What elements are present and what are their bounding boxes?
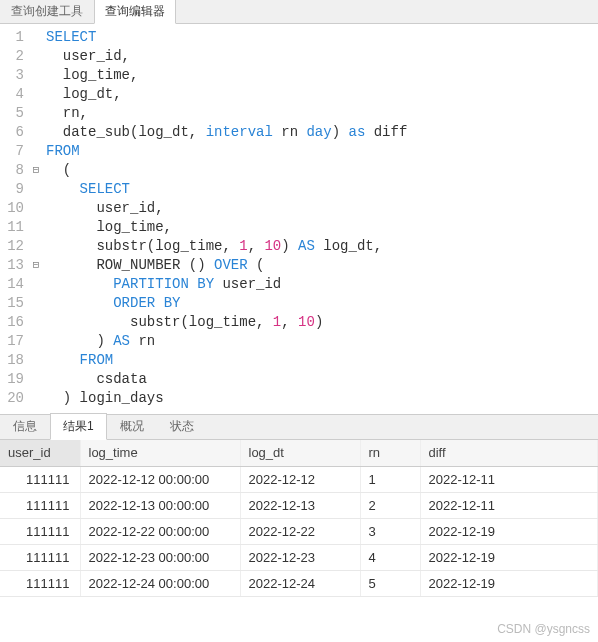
fold-marker <box>30 47 42 66</box>
fold-marker[interactable]: ⊟ <box>30 256 42 275</box>
table-row[interactable]: 1111112022-12-13 00:00:002022-12-1322022… <box>0 492 598 518</box>
code-line[interactable]: ) AS rn <box>46 332 598 351</box>
code-line[interactable]: log_time, <box>46 218 598 237</box>
line-number: 2 <box>0 47 24 66</box>
line-number: 1 <box>0 28 24 47</box>
fold-column[interactable]: ⊟⊟ <box>30 24 42 414</box>
table-cell[interactable]: 2022-12-24 00:00:00 <box>80 570 240 596</box>
table-cell[interactable]: 111111 <box>0 570 80 596</box>
line-number-gutter: 1234567891011121314151617181920 <box>0 24 30 414</box>
table-cell[interactable]: 111111 <box>0 518 80 544</box>
table-cell[interactable]: 2022-12-19 <box>420 544 598 570</box>
line-number: 17 <box>0 332 24 351</box>
line-number: 4 <box>0 85 24 104</box>
column-header-diff[interactable]: diff <box>420 440 598 466</box>
table-cell[interactable]: 3 <box>360 518 420 544</box>
table-row[interactable]: 1111112022-12-22 00:00:002022-12-2232022… <box>0 518 598 544</box>
code-area[interactable]: SELECT user_id, log_time, log_dt, rn, da… <box>42 24 598 414</box>
code-line[interactable]: substr(log_time, 1, 10) AS log_dt, <box>46 237 598 256</box>
watermark: CSDN @ysgncss <box>497 622 590 636</box>
table-cell[interactable]: 111111 <box>0 544 80 570</box>
code-line[interactable]: substr(log_time, 1, 10) <box>46 313 598 332</box>
table-cell[interactable]: 2022-12-19 <box>420 518 598 544</box>
table-cell[interactable]: 2022-12-13 00:00:00 <box>80 492 240 518</box>
table-row[interactable]: 1111112022-12-23 00:00:002022-12-2342022… <box>0 544 598 570</box>
table-cell[interactable]: 2022-12-22 <box>240 518 360 544</box>
fold-marker[interactable]: ⊟ <box>30 161 42 180</box>
line-number: 14 <box>0 275 24 294</box>
fold-marker <box>30 313 42 332</box>
code-line[interactable]: ) login_days <box>46 389 598 408</box>
tab-profile[interactable]: 概况 <box>107 413 157 439</box>
table-cell[interactable]: 111111 <box>0 492 80 518</box>
column-header-log_time[interactable]: log_time <box>80 440 240 466</box>
code-line[interactable]: ( <box>46 161 598 180</box>
table-cell[interactable]: 2022-12-11 <box>420 492 598 518</box>
code-line[interactable]: ROW_NUMBER () OVER ( <box>46 256 598 275</box>
fold-marker <box>30 389 42 408</box>
fold-marker <box>30 104 42 123</box>
result-grid[interactable]: user_idlog_timelog_dtrndiff 1111112022-1… <box>0 440 598 597</box>
fold-marker <box>30 180 42 199</box>
result-tabs: 信息 结果1 概况 状态 <box>0 414 598 440</box>
table-cell[interactable]: 2022-12-19 <box>420 570 598 596</box>
line-number: 10 <box>0 199 24 218</box>
sql-editor[interactable]: 1234567891011121314151617181920 ⊟⊟ SELEC… <box>0 24 598 414</box>
line-number: 19 <box>0 370 24 389</box>
table-cell[interactable]: 2022-12-24 <box>240 570 360 596</box>
fold-marker <box>30 142 42 161</box>
column-header-user_id[interactable]: user_id <box>0 440 80 466</box>
table-body: 1111112022-12-12 00:00:002022-12-1212022… <box>0 466 598 596</box>
table-cell[interactable]: 2022-12-23 <box>240 544 360 570</box>
table-row[interactable]: 1111112022-12-24 00:00:002022-12-2452022… <box>0 570 598 596</box>
line-number: 15 <box>0 294 24 313</box>
table-cell[interactable]: 2022-12-23 00:00:00 <box>80 544 240 570</box>
table-cell[interactable]: 2022-12-22 00:00:00 <box>80 518 240 544</box>
code-line[interactable]: ORDER BY <box>46 294 598 313</box>
code-line[interactable]: log_dt, <box>46 85 598 104</box>
fold-marker <box>30 294 42 313</box>
code-line[interactable]: log_time, <box>46 66 598 85</box>
code-line[interactable]: user_id, <box>46 199 598 218</box>
table-cell[interactable]: 2022-12-13 <box>240 492 360 518</box>
table-row[interactable]: 1111112022-12-12 00:00:002022-12-1212022… <box>0 466 598 492</box>
line-number: 5 <box>0 104 24 123</box>
line-number: 3 <box>0 66 24 85</box>
table-cell[interactable]: 2022-12-11 <box>420 466 598 492</box>
code-line[interactable]: FROM <box>46 142 598 161</box>
table-cell[interactable]: 2022-12-12 <box>240 466 360 492</box>
column-header-log_dt[interactable]: log_dt <box>240 440 360 466</box>
code-line[interactable]: rn, <box>46 104 598 123</box>
fold-marker <box>30 370 42 389</box>
line-number: 20 <box>0 389 24 408</box>
fold-marker <box>30 351 42 370</box>
fold-marker <box>30 237 42 256</box>
tab-result1[interactable]: 结果1 <box>50 413 107 440</box>
line-number: 9 <box>0 180 24 199</box>
code-line[interactable]: PARTITION BY user_id <box>46 275 598 294</box>
tab-info[interactable]: 信息 <box>0 413 50 439</box>
table-cell[interactable]: 5 <box>360 570 420 596</box>
table-cell[interactable]: 1 <box>360 466 420 492</box>
code-line[interactable]: date_sub(log_dt, interval rn day) as dif… <box>46 123 598 142</box>
fold-marker <box>30 218 42 237</box>
table-cell[interactable]: 2022-12-12 00:00:00 <box>80 466 240 492</box>
tab-status[interactable]: 状态 <box>157 413 207 439</box>
column-header-rn[interactable]: rn <box>360 440 420 466</box>
table-cell[interactable]: 4 <box>360 544 420 570</box>
code-line[interactable]: FROM <box>46 351 598 370</box>
tab-query-builder[interactable]: 查询创建工具 <box>0 0 94 23</box>
line-number: 6 <box>0 123 24 142</box>
code-line[interactable]: user_id, <box>46 47 598 66</box>
table-cell[interactable]: 2 <box>360 492 420 518</box>
table-cell[interactable]: 111111 <box>0 466 80 492</box>
fold-marker <box>30 332 42 351</box>
fold-marker <box>30 199 42 218</box>
fold-marker <box>30 85 42 104</box>
code-line[interactable]: SELECT <box>46 28 598 47</box>
tab-query-editor[interactable]: 查询编辑器 <box>94 0 176 24</box>
line-number: 12 <box>0 237 24 256</box>
code-line[interactable]: csdata <box>46 370 598 389</box>
line-number: 13 <box>0 256 24 275</box>
code-line[interactable]: SELECT <box>46 180 598 199</box>
